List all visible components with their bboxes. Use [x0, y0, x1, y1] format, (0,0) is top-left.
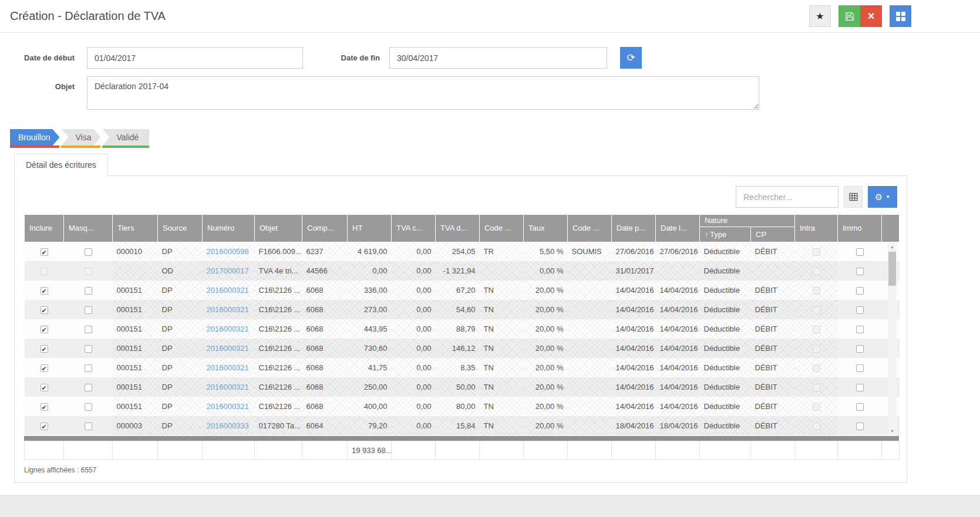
numero-link[interactable]: 2017000017 — [207, 266, 249, 275]
col-immo[interactable]: Immo — [838, 215, 882, 242]
col-tva_d[interactable]: TVA d... — [436, 215, 480, 242]
cell-masq — [64, 416, 113, 435]
immo-checkbox[interactable] — [856, 423, 864, 430]
intra-checkbox[interactable] — [813, 306, 820, 314]
inclure-checkbox[interactable]: ✔ — [41, 306, 48, 314]
scroll-up-icon[interactable]: ▲ — [888, 242, 897, 251]
col-cp[interactable]: CP — [751, 227, 795, 242]
total-code_tva — [480, 441, 524, 460]
masq-checkbox[interactable] — [85, 423, 92, 430]
cell-inclure: ✔ — [25, 242, 64, 261]
masq-checkbox[interactable] — [85, 384, 92, 391]
col-date_lettrage[interactable]: Date l... — [656, 215, 700, 242]
cell-objet: C16\2126 ... — [255, 300, 302, 319]
intra-checkbox[interactable] — [813, 403, 820, 411]
scrollbar-thumb[interactable] — [888, 252, 896, 286]
save-button[interactable] — [838, 5, 860, 27]
date-end-input[interactable] — [389, 47, 607, 69]
col-tiers[interactable]: Tiers — [113, 215, 158, 242]
col-type[interactable]: ↑Type — [700, 227, 751, 242]
inclure-checkbox[interactable]: ✔ — [41, 345, 48, 353]
cell-masq — [64, 377, 113, 397]
numero-link[interactable]: 2016000333 — [207, 421, 249, 430]
intra-checkbox[interactable] — [813, 345, 820, 353]
table-view-button[interactable] — [844, 186, 863, 208]
immo-checkbox[interactable] — [856, 345, 864, 353]
cell-numero: 2016000333 — [203, 416, 255, 435]
refresh-button[interactable]: ⟳ — [620, 47, 642, 69]
inclure-checkbox[interactable]: ✔ — [41, 326, 48, 333]
col-source[interactable]: Source — [158, 215, 203, 242]
inclure-checkbox[interactable]: ✔ — [41, 364, 48, 372]
col-ht[interactable]: HT — [348, 215, 392, 242]
masq-checkbox[interactable] — [85, 287, 92, 295]
col-code_tva[interactable]: Code ... — [480, 215, 524, 242]
numero-link[interactable]: 2016000321 — [207, 402, 249, 411]
immo-checkbox[interactable] — [856, 364, 864, 372]
search-input[interactable] — [736, 186, 838, 208]
masq-checkbox[interactable] — [85, 306, 92, 314]
immo-checkbox[interactable] — [856, 326, 864, 333]
date-start-input[interactable] — [87, 47, 303, 69]
inclure-checkbox[interactable]: ✔ — [41, 403, 48, 411]
inclure-checkbox[interactable]: ✔ — [41, 384, 48, 391]
entries-table: InclureMasq...TiersSourceNuméroObjetComp… — [24, 215, 900, 435]
numero-link[interactable]: 2016000321 — [207, 305, 249, 314]
masq-checkbox[interactable] — [85, 268, 92, 275]
immo-checkbox[interactable] — [856, 268, 864, 275]
col-masq[interactable]: Masq... — [64, 215, 113, 242]
vertical-scrollbar[interactable]: ▲ ▼ — [888, 242, 897, 435]
numero-link[interactable]: 2016000321 — [207, 363, 249, 372]
col-taux[interactable]: Taux — [524, 215, 568, 242]
col-intra[interactable]: Intra — [795, 215, 838, 242]
cell-intra — [795, 300, 838, 319]
intra-checkbox[interactable] — [813, 326, 820, 333]
numero-link[interactable]: 2016000321 — [207, 383, 249, 391]
intra-checkbox[interactable] — [813, 268, 820, 275]
workflow-step-visa[interactable]: Visa — [61, 129, 100, 148]
masq-checkbox[interactable] — [85, 364, 92, 372]
masq-checkbox[interactable] — [85, 248, 92, 256]
settings-dropdown-button[interactable]: ⚙ ▼ — [868, 186, 897, 208]
masq-checkbox[interactable] — [85, 326, 92, 333]
col-compte[interactable]: Comp... — [302, 215, 348, 242]
col-date_piece[interactable]: Date p... — [612, 215, 656, 242]
numero-link[interactable]: 2016000321 — [207, 325, 249, 333]
tab-detail-ecritures[interactable]: Détail des écritures — [14, 154, 108, 176]
numero-link[interactable]: 2016000321 — [207, 286, 249, 295]
col-_fill[interactable] — [882, 215, 900, 242]
immo-checkbox[interactable] — [856, 287, 864, 295]
inclure-checkbox[interactable]: ✔ — [41, 423, 48, 430]
intra-checkbox[interactable] — [813, 248, 820, 256]
dashboard-button[interactable] — [890, 5, 911, 27]
col-numero[interactable]: Numéro — [203, 215, 255, 242]
inclure-checkbox[interactable]: ✔ — [41, 248, 48, 256]
col-code_regime[interactable]: Code ... — [568, 215, 612, 242]
intra-checkbox[interactable] — [813, 384, 820, 391]
numero-link[interactable]: 2016000598 — [207, 247, 249, 256]
cell-compte: 44566 — [302, 261, 348, 281]
col-inclure[interactable]: Inclure — [25, 215, 64, 242]
immo-checkbox[interactable] — [856, 384, 864, 391]
intra-checkbox[interactable] — [813, 423, 820, 430]
masq-checkbox[interactable] — [85, 403, 92, 411]
col-tva_c[interactable]: TVA c... — [392, 215, 436, 242]
intra-checkbox[interactable] — [813, 287, 820, 295]
immo-checkbox[interactable] — [856, 306, 864, 314]
masq-checkbox[interactable] — [85, 345, 92, 353]
numero-link[interactable]: 2016000321 — [207, 344, 249, 353]
objet-textarea[interactable] — [87, 76, 759, 110]
cell-code_tva: TN — [480, 377, 524, 397]
horizontal-scrollbar[interactable] — [24, 436, 899, 441]
workflow-step-valide[interactable]: Validé — [102, 129, 149, 148]
close-button[interactable]: × — [860, 5, 882, 27]
col-objet[interactable]: Objet — [255, 215, 302, 242]
inclure-checkbox[interactable]: ✔ — [41, 287, 48, 295]
workflow-step-brouillon[interactable]: Brouillon — [10, 129, 59, 148]
immo-checkbox[interactable] — [856, 403, 864, 411]
favorite-button[interactable]: ★ — [809, 5, 831, 27]
intra-checkbox[interactable] — [813, 364, 820, 372]
immo-checkbox[interactable] — [856, 248, 864, 256]
inclure-checkbox[interactable] — [41, 268, 48, 275]
scroll-down-icon[interactable]: ▼ — [888, 427, 897, 435]
